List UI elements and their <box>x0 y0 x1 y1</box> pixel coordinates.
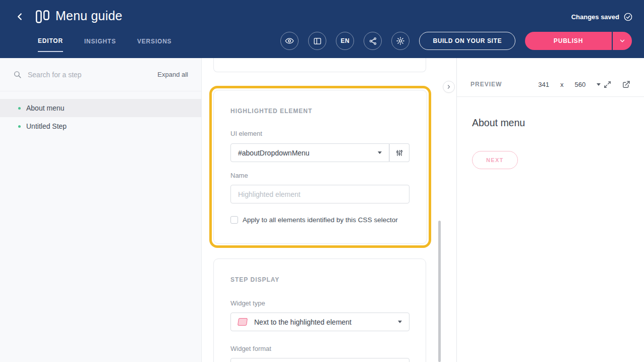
editor-tabs: EDITOR INSIGHTS VERSIONS <box>38 37 171 52</box>
chevron-down-icon <box>398 321 402 323</box>
preview-width: 341 <box>538 81 549 88</box>
tab-editor[interactable]: EDITOR <box>38 37 63 52</box>
preview-header: PREVIEW 341 x 560 <box>457 58 644 97</box>
step-settings-panel: HIGHLIGHTED ELEMENT UI element #aboutDro… <box>202 58 456 362</box>
step-item-untitled-step[interactable]: Untitled Step <box>0 117 201 135</box>
publish-options-button[interactable] <box>613 32 632 50</box>
step-search-row: Expand all <box>0 58 201 91</box>
tab-insights[interactable]: INSIGHTS <box>84 37 116 52</box>
changes-saved-status: Changes saved <box>571 12 633 22</box>
apply-all-label: Apply to all elements identified by this… <box>243 216 398 224</box>
preview-height: 560 <box>575 81 586 88</box>
chevron-left-icon <box>14 11 25 22</box>
step-list: About menu Untitled Step <box>0 99 201 135</box>
widget-type-select[interactable]: Next to the highlighted element <box>230 313 409 331</box>
preview-title: PREVIEW <box>471 81 502 88</box>
preview-body: About menu NEXT <box>457 97 644 189</box>
step-label: About menu <box>26 104 65 112</box>
apply-all-checkbox[interactable] <box>230 216 238 224</box>
sliders-icon <box>395 149 403 157</box>
search-icon <box>13 70 22 79</box>
highlighted-element-name-input[interactable] <box>230 185 409 203</box>
app-root: Menu guide Changes saved EDITOR INSIGHTS… <box>0 0 644 362</box>
tab-versions[interactable]: VERSIONS <box>137 37 171 52</box>
chevron-down-icon <box>619 37 626 44</box>
apply-all-row: Apply to all elements identified by this… <box>230 216 410 224</box>
name-label: Name <box>230 172 410 179</box>
gear-icon <box>396 36 405 45</box>
section-title: HIGHLIGHTED ELEMENT <box>230 108 410 115</box>
widget-type-label: Widget type <box>230 299 409 307</box>
highlighted-element-card: HIGHLIGHTED ELEMENT UI element #aboutDro… <box>213 90 427 244</box>
collapse-panel-button[interactable] <box>443 81 455 93</box>
expand-all-button[interactable]: Expand all <box>157 71 188 78</box>
steps-sidebar: Expand all About menu Untitled Step <box>0 58 202 362</box>
language-button[interactable]: EN <box>336 32 354 50</box>
ui-element-row: #aboutDropdownMenu <box>230 143 410 162</box>
preview-size-separator: x <box>560 81 564 88</box>
step-label: Untitled Step <box>26 122 67 130</box>
widget-format-label: Widget format <box>230 345 409 352</box>
preview-actions <box>603 80 630 89</box>
publish-button[interactable]: PUBLISH <box>525 32 612 50</box>
step-search-input[interactable] <box>28 71 157 79</box>
check-circle-icon <box>623 12 633 22</box>
app-logo-icon <box>35 10 50 24</box>
share-icon <box>369 37 377 45</box>
widget-type-value: Next to the highlighted element <box>254 318 352 326</box>
changes-saved-label: Changes saved <box>571 13 619 21</box>
publish-split-button: PUBLISH <box>525 32 632 50</box>
diagonal-arrows-icon <box>603 80 612 89</box>
eye-icon <box>285 36 294 45</box>
chevron-right-icon <box>446 84 452 90</box>
expand-preview-button[interactable] <box>603 80 612 89</box>
element-picker-button[interactable] <box>389 143 409 162</box>
preview-next-button[interactable]: NEXT <box>472 151 518 169</box>
preview-step-title: About menu <box>472 117 629 129</box>
top-controls: EN BUILD ON YOUR SITE PUBLISH <box>280 32 632 50</box>
back-button[interactable] <box>12 9 27 24</box>
section-title: STEP DISPLAY <box>230 276 409 283</box>
open-external-button[interactable] <box>622 80 630 89</box>
ui-element-select[interactable]: #aboutDropdownMenu <box>230 143 389 162</box>
guide-title: Menu guide <box>55 9 123 23</box>
share-button[interactable] <box>364 32 382 50</box>
chevron-down-icon <box>378 151 382 154</box>
ui-element-value: #aboutDropdownMenu <box>238 149 310 157</box>
highlighted-element-ring: HIGHLIGHTED ELEMENT UI element #aboutDro… <box>209 86 431 248</box>
layout-button[interactable] <box>308 32 326 50</box>
settings-button[interactable] <box>391 32 409 50</box>
ui-element-label: UI element <box>230 130 410 137</box>
step-status-dot <box>18 107 21 110</box>
preview-size-select[interactable]: 341 x 560 <box>538 81 601 88</box>
panel-layout-icon <box>313 37 322 45</box>
previous-settings-card <box>213 58 426 72</box>
step-item-about-menu[interactable]: About menu <box>0 99 201 117</box>
widget-type-icon <box>238 318 248 326</box>
build-on-your-site-button[interactable]: BUILD ON YOUR SITE <box>419 32 515 50</box>
editor-scrollbar[interactable] <box>438 221 441 362</box>
preview-panel: PREVIEW 341 x 560 <box>456 58 644 362</box>
external-link-icon <box>622 80 630 89</box>
chevron-down-icon <box>597 83 601 86</box>
step-display-card: STEP DISPLAY Widget type Next to the hig… <box>213 258 426 362</box>
widget-format-select[interactable] <box>230 358 409 362</box>
top-bar: Menu guide Changes saved EDITOR INSIGHTS… <box>0 0 644 58</box>
preview-eye-button[interactable] <box>280 32 299 50</box>
step-status-dot <box>18 125 21 128</box>
